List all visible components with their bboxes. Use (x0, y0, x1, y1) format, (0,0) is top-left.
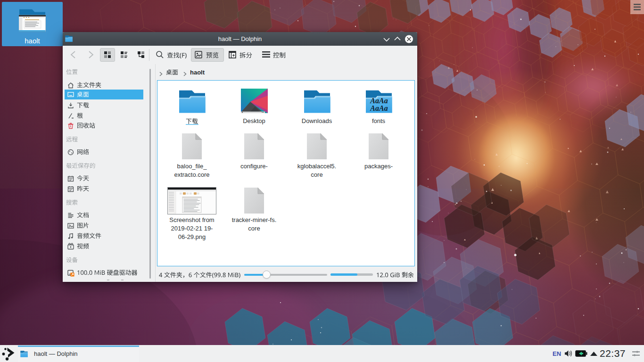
svg-text:AaAa: AaAa (370, 97, 388, 105)
svg-text:AaAa: AaAa (370, 104, 388, 112)
